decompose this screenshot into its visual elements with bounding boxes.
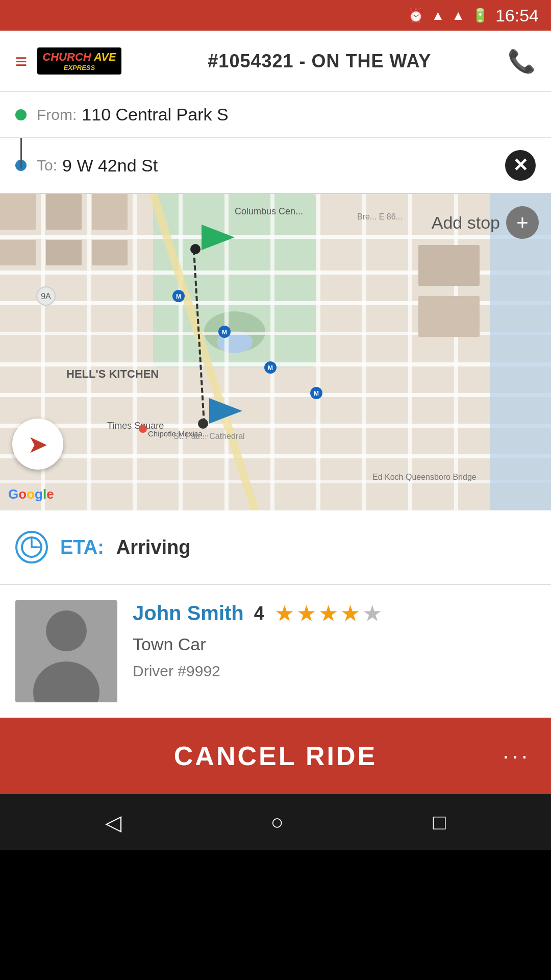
star-4: ★	[340, 600, 360, 626]
status-time: 16:54	[495, 6, 539, 26]
driver-stars: ★ ★ ★ ★ ★	[274, 600, 382, 626]
svg-rect-24	[0, 194, 36, 230]
map-area[interactable]: M M M M HELL'S KITCHEN Times Square St. …	[0, 194, 551, 510]
add-stop-area[interactable]: Add stop +	[432, 206, 539, 239]
svg-rect-19	[316, 194, 320, 510]
svg-point-36	[198, 419, 208, 429]
from-dot	[15, 109, 27, 120]
to-address: 9 W 42nd St	[62, 156, 505, 176]
svg-rect-26	[0, 240, 36, 265]
clear-icon: ✕	[513, 156, 528, 175]
svg-text:Chipotle Mexica...: Chipotle Mexica...	[148, 429, 209, 438]
status-icons: ⏰ ▲ ▲ 🔋 16:54	[408, 6, 539, 26]
star-2: ★	[296, 600, 316, 626]
logo-express: EXPRESS	[42, 64, 116, 71]
svg-rect-30	[418, 245, 480, 286]
svg-rect-9	[0, 393, 551, 397]
map-svg: M M M M HELL'S KITCHEN Times Square St. …	[0, 194, 551, 510]
route-to-row[interactable]: To: 9 W 42nd St ✕	[0, 138, 551, 193]
svg-text:HELL'S KITCHEN: HELL'S KITCHEN	[66, 368, 159, 380]
svg-rect-14	[87, 194, 91, 510]
svg-text:Bre... E 86...: Bre... E 86...	[357, 212, 403, 221]
cancel-label: CANCEL RIDE	[0, 741, 551, 771]
svg-rect-22	[454, 194, 458, 510]
svg-point-52	[139, 425, 147, 433]
eta-label: ETA:	[60, 536, 104, 558]
clock-icon	[15, 531, 48, 564]
menu-button[interactable]: ≡	[15, 51, 27, 71]
svg-rect-15	[133, 194, 137, 510]
header-title: #1054321 - ON THE WAY	[132, 51, 508, 72]
my-location-button[interactable]: ➤	[12, 419, 63, 470]
clock-svg	[20, 536, 43, 558]
svg-rect-16	[179, 194, 183, 510]
logo-church: CHURCH	[42, 51, 91, 63]
home-button[interactable]: ○	[271, 810, 284, 835]
back-button[interactable]: ◁	[105, 810, 121, 835]
more-options-icon[interactable]: ···	[503, 743, 531, 769]
route-from-row: From: 110 Central Park S	[0, 92, 551, 138]
clear-destination-button[interactable]: ✕	[505, 150, 536, 181]
route-connector-line	[20, 138, 22, 168]
driver-avatar	[15, 600, 117, 702]
svg-rect-11	[0, 454, 551, 458]
to-label: To:	[37, 157, 57, 174]
svg-point-56	[22, 537, 41, 557]
driver-section: John Smith 4 ★ ★ ★ ★ ★ Town Car Driver #…	[0, 585, 551, 718]
signal-icon: ▲	[452, 8, 465, 23]
google-logo: Google	[8, 486, 54, 502]
svg-rect-20	[362, 194, 366, 510]
svg-rect-17	[224, 194, 229, 510]
driver-car-type: Town Car	[133, 634, 536, 654]
svg-rect-25	[46, 194, 82, 230]
svg-text:Ed Koch Queensboro Bridge: Ed Koch Queensboro Bridge	[372, 473, 477, 481]
driver-info: John Smith 4 ★ ★ ★ ★ ★ Town Car Driver #…	[133, 600, 536, 680]
plus-icon: +	[516, 212, 528, 233]
phone-button[interactable]: 📞	[508, 48, 536, 75]
driver-silhouette	[15, 600, 117, 702]
svg-text:M: M	[222, 329, 227, 336]
route-rows: From: 110 Central Park S To: 9 W 42nd St…	[0, 92, 551, 193]
logo-ave: AVE	[91, 51, 116, 63]
from-address: 110 Central Park S	[82, 105, 536, 125]
cancel-ride-button[interactable]: CANCEL RIDE ···	[0, 718, 551, 794]
svg-rect-27	[46, 240, 82, 265]
driver-name: John Smith	[133, 602, 244, 625]
app-header: ≡ CHURCH AVE EXPRESS #1054321 - ON THE W…	[0, 31, 551, 92]
driver-rating: 4	[254, 603, 264, 624]
status-bar: ⏰ ▲ ▲ 🔋 16:54	[0, 0, 551, 31]
svg-point-34	[190, 244, 201, 254]
svg-point-60	[46, 610, 87, 651]
svg-text:9A: 9A	[41, 292, 51, 301]
add-stop-label: Add stop	[432, 213, 500, 233]
eta-section: ETA: Arriving	[0, 510, 551, 585]
logo: CHURCH AVE EXPRESS	[37, 47, 121, 75]
wifi-icon: ▲	[431, 8, 444, 23]
star-3: ★	[318, 600, 338, 626]
eta-value: Arriving	[116, 536, 191, 558]
alarm-icon: ⏰	[408, 8, 424, 23]
route-panel: From: 110 Central Park S To: 9 W 42nd St…	[0, 92, 551, 194]
star-5: ★	[362, 600, 382, 626]
svg-rect-18	[270, 194, 274, 510]
svg-text:Columbus Cen...: Columbus Cen...	[235, 206, 303, 216]
svg-rect-31	[418, 296, 480, 337]
location-arrow-icon: ➤	[28, 430, 48, 458]
star-1: ★	[274, 600, 294, 626]
svg-text:M: M	[268, 364, 273, 372]
svg-rect-29	[92, 240, 128, 265]
recents-button[interactable]: □	[433, 810, 445, 835]
driver-name-row: John Smith 4 ★ ★ ★ ★ ★	[133, 600, 536, 626]
svg-rect-10	[0, 424, 551, 428]
from-label: From:	[37, 106, 77, 124]
battery-icon: 🔋	[472, 8, 488, 23]
svg-rect-21	[408, 194, 412, 510]
nav-bar: ◁ ○ □	[0, 794, 551, 850]
svg-text:M: M	[314, 390, 319, 397]
driver-id: Driver #9992	[133, 663, 536, 680]
svg-text:M: M	[176, 293, 181, 300]
add-stop-button[interactable]: +	[506, 206, 539, 239]
svg-rect-28	[92, 194, 128, 230]
svg-rect-32	[490, 194, 551, 510]
